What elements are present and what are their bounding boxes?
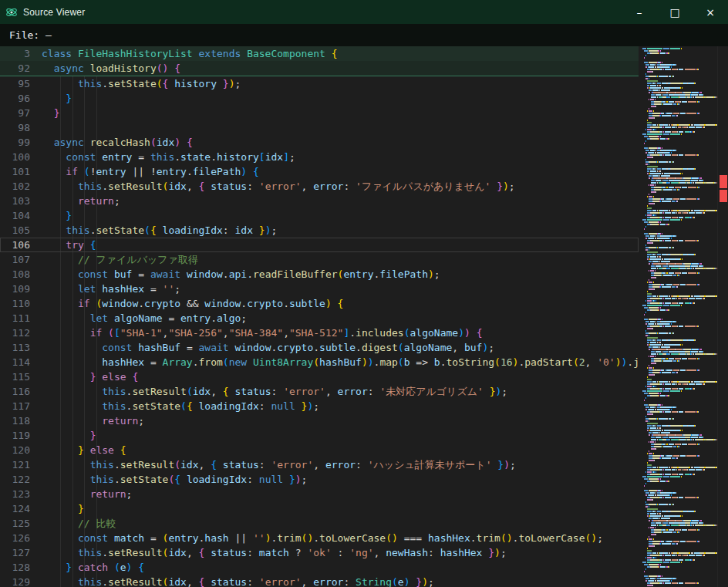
line-number[interactable]: 124 [0, 501, 42, 516]
code-token [642, 101, 651, 103]
code-line[interactable]: 129 this.setResult(idx, { status: 'error… [0, 575, 639, 587]
line-number[interactable]: 98 [0, 120, 42, 135]
code-token [681, 562, 682, 563]
code-line[interactable]: 97 } [0, 106, 639, 120]
line-number[interactable]: 110 [0, 296, 42, 311]
line-number[interactable]: 127 [0, 545, 42, 560]
line-number[interactable]: 113 [0, 340, 42, 355]
code-token: [ [259, 151, 265, 163]
code-line[interactable]: 103 return; [0, 194, 639, 208]
code-token [688, 83, 694, 84]
line-number[interactable]: 125 [0, 516, 42, 531]
code-line[interactable]: 117 this.setState({ loadingIdx: null }); [0, 399, 639, 413]
code-line[interactable]: 116 this.setResult(idx, { status: 'error… [0, 384, 639, 399]
line-number[interactable]: 96 [0, 91, 42, 106]
code-token: readFileBuffer [253, 268, 338, 280]
code-line[interactable]: 124 } [0, 501, 639, 516]
maximize-button[interactable]: □ [657, 0, 693, 24]
line-number[interactable]: 101 [0, 164, 42, 179]
code-line[interactable]: 115 } else { [0, 369, 639, 384]
line-number[interactable]: 107 [0, 252, 42, 267]
code-line[interactable]: 123 return; [0, 487, 639, 501]
code-line[interactable]: 109 let hashHex = ''; [0, 282, 639, 296]
line-number[interactable]: 92 [0, 61, 42, 76]
code-pane[interactable]: 3class FileHashHistoryList extends BaseC… [0, 46, 639, 587]
code-token [652, 71, 653, 73]
code-token: buf [114, 268, 132, 280]
line-number[interactable]: 99 [0, 135, 42, 150]
line-number[interactable]: 100 [0, 150, 42, 164]
line-number[interactable]: 116 [0, 384, 42, 399]
code-line[interactable]: 118 return; [0, 413, 639, 428]
line-number[interactable]: 97 [0, 106, 42, 120]
code-line[interactable]: 127 this.setResult(idx, { status: match … [0, 545, 639, 560]
code-line[interactable]: 126 const match = (entry.hash || '').tri… [0, 531, 639, 545]
line-number[interactable]: 109 [0, 282, 42, 296]
scrollbar[interactable] [717, 46, 728, 587]
code-line[interactable]: 99 async recalcHash(idx) { [0, 135, 639, 150]
code-line[interactable]: 98 [0, 120, 639, 135]
line-number[interactable]: 103 [0, 194, 42, 208]
line-number[interactable]: 105 [0, 223, 42, 238]
code-line[interactable]: 120 } else { [0, 443, 639, 457]
code-line[interactable]: 3class FileHashHistoryList extends BaseC… [0, 46, 639, 61]
line-number[interactable]: 117 [0, 399, 42, 413]
code-token: . [174, 151, 180, 163]
line-number[interactable]: 129 [0, 575, 42, 587]
code-token [652, 261, 659, 262]
code-line[interactable]: 110 if (window.crypto && window.crypto.s… [0, 296, 639, 311]
code-token [653, 543, 659, 545]
line-number[interactable]: 3 [0, 46, 42, 61]
window-titlebar[interactable]: Source Viewer – □ × [0, 0, 728, 24]
code-token: , [325, 386, 332, 397]
line-number[interactable]: 114 [0, 355, 42, 369]
sticky-scroll[interactable]: 3class FileHashHistoryList extends BaseC… [0, 46, 639, 76]
code-token: status [223, 459, 259, 471]
code-token [428, 356, 434, 368]
line-number[interactable]: 128 [0, 560, 42, 575]
line-number[interactable]: 111 [0, 311, 42, 326]
code-lines[interactable]: 95 this.setState({ history });96 }97 }98… [0, 76, 639, 587]
code-line[interactable]: 119 } [0, 428, 639, 443]
code-line[interactable]: 101 if (!entry || !entry.filePath) { [0, 164, 639, 179]
code-line[interactable]: 108 const buf = await window.api.readFil… [0, 267, 639, 282]
code-line[interactable]: 104 } [0, 208, 639, 223]
line-number[interactable]: 115 [0, 369, 42, 384]
code-line[interactable]: 105 this.setState({ loadingIdx: idx }); [0, 223, 639, 238]
line-number[interactable]: 120 [0, 443, 42, 457]
code-token [676, 64, 676, 66]
line-number[interactable]: 112 [0, 326, 42, 340]
code-line[interactable]: 114 hashHex = Array.from(new Uint8Array(… [0, 355, 639, 369]
line-number[interactable]: 126 [0, 531, 42, 545]
code-line[interactable]: 100 const entry = this.state.history[idx… [0, 150, 639, 164]
code-line[interactable]: 111 let algoName = entry.algo; [0, 311, 639, 326]
line-number[interactable]: 106 [0, 238, 42, 252]
code-line[interactable]: 113 const hashBuf = await window.crypto.… [0, 340, 639, 355]
code-token [704, 127, 705, 128]
code-line[interactable]: 102 this.setResult(idx, { status: 'error… [0, 179, 639, 194]
line-number[interactable]: 95 [0, 76, 42, 91]
code-token [656, 522, 661, 524]
code-line[interactable]: 125 // 比較 [0, 516, 639, 531]
line-number[interactable]: 104 [0, 208, 42, 223]
minimap[interactable] [639, 46, 717, 587]
line-number[interactable]: 118 [0, 413, 42, 428]
code-line[interactable]: 112 if (["SHA-1","SHA-256","SHA-384","SH… [0, 326, 639, 340]
code-line[interactable]: 95 this.setState({ history }); [0, 76, 639, 91]
line-number[interactable]: 121 [0, 457, 42, 472]
code-line[interactable]: 107 // ファイルバッファ取得 [0, 252, 639, 267]
line-number[interactable]: 123 [0, 487, 42, 501]
code-line[interactable]: 122 this.setState({ loadingIdx: null }); [0, 472, 639, 487]
code-line[interactable]: 128 } catch (e) { [0, 560, 639, 575]
code-line[interactable]: 96 } [0, 91, 639, 106]
line-number[interactable]: 108 [0, 267, 42, 282]
line-number[interactable]: 122 [0, 472, 42, 487]
code-line[interactable]: 92 async loadHistory() { [0, 61, 639, 76]
line-number[interactable]: 119 [0, 428, 42, 443]
line-number[interactable]: 102 [0, 179, 42, 194]
code-line[interactable]: 121 this.setResult(idx, { status: 'error… [0, 457, 639, 472]
code-line[interactable]: 106 try { [0, 238, 639, 252]
code-token [694, 124, 699, 126]
close-button[interactable]: × [693, 0, 728, 24]
minimize-button[interactable]: – [622, 0, 657, 24]
